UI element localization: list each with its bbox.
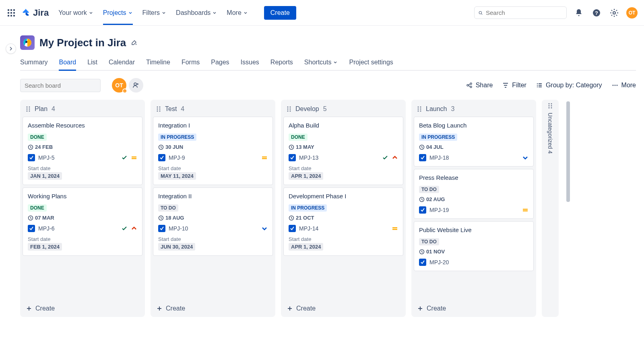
create-issue-button[interactable]: Create bbox=[281, 300, 406, 317]
issue-key: MPJ-9 bbox=[169, 154, 185, 161]
svg-rect-30 bbox=[539, 86, 542, 87]
nav-dashboards[interactable]: Dashboards bbox=[176, 9, 217, 16]
scrollbar-thumb[interactable] bbox=[566, 101, 570, 202]
nav-filters[interactable]: Filters bbox=[142, 9, 167, 16]
due-date: 01 NOV bbox=[419, 249, 528, 255]
card-footer-right bbox=[261, 154, 268, 161]
tab-board[interactable]: Board bbox=[59, 55, 76, 70]
start-date-label: Start date bbox=[289, 236, 398, 242]
column-header[interactable]: Test 4 bbox=[151, 100, 275, 117]
help-icon: ? bbox=[592, 8, 601, 17]
project-theme-button[interactable] bbox=[131, 39, 138, 46]
top-nav: Jira Your work Projects Filters Dashboar… bbox=[0, 0, 644, 26]
tab-timeline[interactable]: Timeline bbox=[146, 55, 170, 70]
tab-pages[interactable]: Pages bbox=[211, 55, 229, 70]
jira-icon bbox=[21, 8, 31, 18]
issue-card[interactable]: Press Release TO DO 02 AUG MPJ-19 bbox=[414, 169, 534, 219]
tab-summary[interactable]: Summary bbox=[20, 55, 47, 70]
sidebar-expand-button[interactable] bbox=[6, 43, 16, 54]
settings-button[interactable] bbox=[609, 7, 620, 19]
drag-handle-icon[interactable] bbox=[287, 106, 291, 112]
issue-card[interactable]: Development Phase I IN PROGRESS 21 OCT M… bbox=[283, 187, 403, 256]
notifications-button[interactable] bbox=[573, 7, 584, 19]
column-header[interactable]: Launch 3 bbox=[411, 100, 536, 117]
drag-handle-icon[interactable] bbox=[156, 106, 161, 112]
priority-icon bbox=[522, 207, 528, 213]
issue-card[interactable]: Alpha Build DONE 13 MAY MPJ-13 Start dat… bbox=[283, 117, 403, 185]
svg-rect-26 bbox=[539, 83, 542, 84]
chevron-right-icon bbox=[8, 46, 13, 51]
issue-card[interactable]: Working Plans DONE 07 MAR MPJ-6 Start da… bbox=[23, 187, 142, 256]
tab-project-settings[interactable]: Project settings bbox=[349, 55, 393, 70]
svg-rect-4 bbox=[10, 12, 12, 14]
clock-icon bbox=[158, 144, 164, 150]
svg-point-76 bbox=[551, 103, 552, 105]
user-avatar-ot[interactable]: OT○ bbox=[112, 78, 126, 93]
board-search-input[interactable] bbox=[25, 82, 101, 89]
svg-point-19 bbox=[134, 83, 136, 85]
svg-point-37 bbox=[29, 109, 30, 110]
tab-list[interactable]: List bbox=[87, 55, 97, 70]
user-avatar[interactable]: OT bbox=[626, 7, 638, 19]
create-issue-button[interactable]: Create bbox=[151, 300, 275, 317]
card-footer: MPJ-19 bbox=[419, 206, 528, 214]
clock-icon bbox=[419, 249, 425, 255]
create-issue-button[interactable]: Create bbox=[20, 300, 145, 317]
issue-card[interactable]: Public Website Live TO DO 01 NOV MPJ-20 bbox=[414, 221, 534, 271]
column-header[interactable]: Plan 4 bbox=[20, 100, 145, 117]
drag-handle-icon[interactable] bbox=[417, 106, 422, 112]
tab-forms[interactable]: Forms bbox=[182, 55, 200, 70]
app-switcher-button[interactable] bbox=[6, 8, 16, 18]
help-button[interactable]: ? bbox=[591, 7, 602, 19]
drag-handle-icon[interactable] bbox=[26, 106, 31, 112]
project-icon bbox=[20, 35, 35, 50]
nav-more[interactable]: More bbox=[227, 9, 248, 16]
tab-calendar[interactable]: Calendar bbox=[109, 55, 135, 70]
groupby-button[interactable]: Group by: Category bbox=[536, 82, 602, 89]
issue-card[interactable]: Integration II TO DO 18 AUG MPJ-10 Start… bbox=[153, 187, 273, 256]
tab-shortcuts[interactable]: Shortcuts bbox=[304, 55, 338, 70]
filter-button[interactable]: Filter bbox=[502, 82, 526, 89]
search-input[interactable] bbox=[486, 9, 562, 16]
column-count: 5 bbox=[323, 105, 327, 113]
share-icon bbox=[466, 82, 473, 88]
svg-point-47 bbox=[159, 109, 161, 110]
jira-logo[interactable]: Jira bbox=[21, 8, 49, 18]
card-footer-right bbox=[261, 225, 268, 232]
issue-card[interactable]: Integration I IN PROGRESS 30 JUN MPJ-9 S… bbox=[153, 117, 273, 185]
board-column: Launch 3 Beta Blog Launch IN PROGRESS 04… bbox=[411, 100, 536, 317]
nav-items: Your work Projects Filters Dashboards Mo… bbox=[58, 6, 296, 20]
tab-reports[interactable]: Reports bbox=[270, 55, 293, 70]
create-button[interactable]: Create bbox=[264, 6, 296, 20]
tab-issues[interactable]: Issues bbox=[241, 55, 259, 70]
add-user-icon bbox=[132, 82, 140, 89]
plus-icon bbox=[156, 305, 163, 312]
global-search[interactable] bbox=[474, 6, 567, 19]
svg-rect-6 bbox=[8, 15, 9, 16]
issue-card[interactable]: Beta Blog Launch IN PROGRESS 04 JUL MPJ-… bbox=[414, 117, 534, 167]
create-issue-button[interactable]: Create bbox=[411, 300, 536, 317]
svg-point-69 bbox=[420, 111, 421, 112]
nav-projects[interactable]: Projects bbox=[103, 9, 133, 16]
card-title: Press Release bbox=[419, 174, 528, 181]
svg-point-39 bbox=[29, 111, 30, 112]
plus-icon bbox=[287, 305, 293, 312]
svg-point-48 bbox=[157, 111, 158, 112]
svg-point-79 bbox=[549, 107, 550, 109]
bell-icon bbox=[574, 8, 583, 17]
board-search[interactable] bbox=[20, 79, 101, 92]
issue-card[interactable]: Assemble Resources DONE 24 FEB MPJ-5 Sta… bbox=[23, 117, 142, 185]
add-member-button[interactable] bbox=[129, 78, 143, 93]
svg-rect-28 bbox=[539, 85, 542, 86]
chevron-down-icon bbox=[128, 10, 133, 15]
task-type-icon bbox=[158, 225, 165, 232]
collapsed-column[interactable]: Uncategorized 4 bbox=[542, 100, 559, 317]
chevron-down-icon bbox=[161, 10, 166, 15]
start-date-label: Start date bbox=[28, 165, 137, 171]
drag-handle-icon[interactable] bbox=[548, 103, 553, 109]
issue-key: MPJ-18 bbox=[429, 154, 449, 161]
column-header[interactable]: Develop 5 bbox=[281, 100, 406, 117]
nav-your-work[interactable]: Your work bbox=[58, 9, 93, 16]
more-button[interactable]: More bbox=[612, 82, 636, 89]
share-button[interactable]: Share bbox=[466, 82, 493, 89]
